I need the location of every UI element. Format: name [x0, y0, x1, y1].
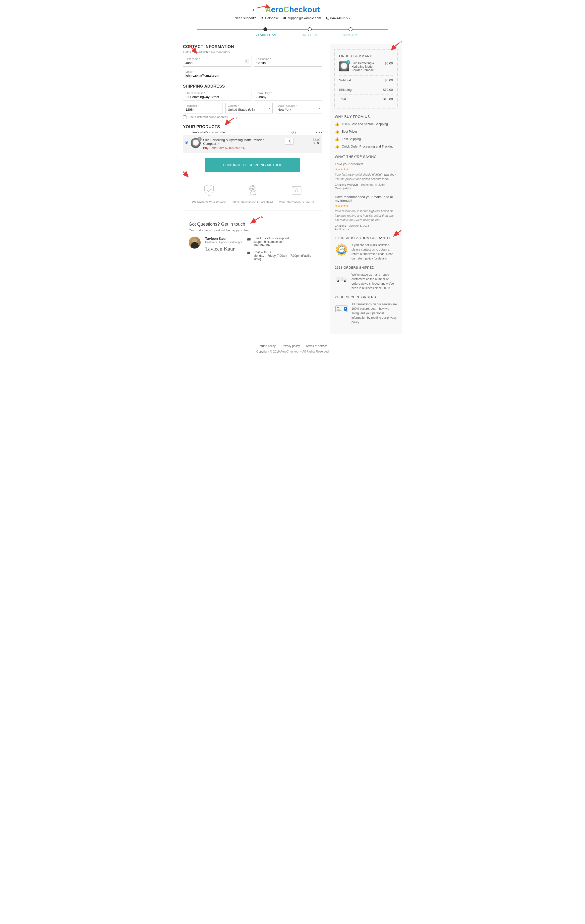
email-field[interactable]: Email * — [183, 69, 322, 79]
first-name-field[interactable]: First name * — [183, 56, 251, 67]
star-rating: ★★★★★ — [335, 167, 397, 171]
progress-stepper: INFORMATION SHIPPING PAYMENT — [197, 27, 388, 37]
annotation-4: 4 — [236, 116, 238, 120]
thumbs-up-icon: 👍 — [335, 130, 339, 134]
country-select[interactable]: Country *United States (US) — [225, 103, 273, 114]
svg-point-7 — [293, 187, 293, 188]
product-radio[interactable] — [185, 141, 188, 144]
satisfaction-seal-icon: 100%SATISFACTION — [335, 243, 349, 256]
different-billing-checkbox[interactable]: Use a different billing address — [183, 116, 322, 119]
city-field[interactable]: Town / City * — [254, 90, 322, 101]
svg-point-0 — [261, 17, 263, 18]
card-icon — [245, 59, 249, 63]
why-item: 👍Fast Shipping — [335, 137, 397, 141]
thumbs-up-icon: 👍 — [335, 122, 339, 126]
shipping-heading: SHIPPING ADDRESS — [183, 84, 322, 89]
user-icon — [260, 16, 264, 20]
external-link-icon[interactable]: ↗ — [217, 142, 220, 145]
shield-icon — [202, 183, 216, 197]
svg-point-3 — [246, 60, 247, 61]
annotation-2: 2 — [187, 40, 188, 43]
ribbon-icon — [246, 183, 259, 197]
support-bar: Need support? Helpdesk support@example.c… — [183, 16, 402, 20]
mandatory-hint: Fields marked with * are mandatory — [183, 51, 322, 54]
logo: AeroCheckout — [183, 5, 402, 14]
helpdesk-link[interactable]: Helpdesk — [260, 16, 279, 20]
terms-link[interactable]: Terms of service — [306, 344, 327, 348]
svg-point-8 — [294, 187, 294, 188]
svg-text:SATISFACTION: SATISFACTION — [337, 251, 346, 253]
ssl-badge-icon: SSLSecureConnection — [335, 302, 349, 316]
products-heading: YOUR PRODUCTS — [183, 124, 322, 129]
star-rating: ★★★★★ — [335, 204, 397, 208]
order-summary-box: ORDER SUMMARY 1Skin Perfecting & Hydrati… — [334, 49, 398, 109]
svg-point-23 — [345, 308, 346, 309]
postcode-field[interactable]: Postcode * — [183, 103, 223, 114]
street-field[interactable]: Street address * — [183, 90, 251, 101]
questions-box: Got Questions? Get in touch 6 Our custom… — [183, 216, 322, 270]
step-payment[interactable]: PAYMENT — [343, 27, 358, 37]
product-deal: Buy 1 and Save $2.00 (28.57%) — [203, 146, 276, 150]
svg-point-16 — [337, 280, 339, 282]
continue-button[interactable]: CONTINUE TO SHIPPING METHOD — [205, 158, 300, 172]
annotation-6: 6 — [261, 215, 263, 219]
footer: Refund policyPrivacy policyTerms of serv… — [183, 344, 402, 353]
quantity-input[interactable] — [285, 138, 294, 145]
product-name: Skin Perfecting & Hydrating Matte Powder… — [203, 138, 264, 145]
orders-shipped-heading: 2618 ORDERS SHIPPED — [335, 266, 397, 269]
thumbs-up-icon: 👍 — [335, 137, 339, 141]
refund-link[interactable]: Refund policy — [258, 344, 276, 348]
svg-text:SSL: SSL — [337, 307, 340, 308]
support-phone-link[interactable]: 844-440-2777 — [326, 16, 350, 20]
testimonial: Have recommended your makeup to all my f… — [335, 195, 397, 231]
signature: Tavleen Kaur — [205, 246, 242, 252]
svg-text:Connection: Connection — [337, 310, 341, 311]
order-item-image: 1 — [339, 61, 349, 71]
product-header-row: Here's what's in your orderQtyPrice — [183, 130, 322, 134]
svg-text:100%: 100% — [340, 248, 344, 250]
avatar — [189, 237, 201, 249]
contact-heading: CONTACT INFORMATION — [183, 44, 322, 49]
testimonials-heading: WHAT THEY'RE SAYING — [335, 155, 397, 159]
svg-rect-10 — [247, 238, 251, 241]
svg-text:Secure: Secure — [337, 309, 340, 310]
envelope-icon — [247, 237, 251, 241]
why-item: 👍Best Prices — [335, 130, 397, 134]
thumbs-up-icon: 👍 — [335, 145, 339, 148]
phone-icon — [326, 16, 329, 20]
header: AeroCheckout Need support? Helpdesk supp… — [183, 5, 402, 20]
why-item: 👍Quick Order Processing and Tracking — [335, 145, 397, 148]
annotation-3: 3 — [400, 40, 402, 44]
why-item: 👍100% Safe and Secure Shopping — [335, 122, 397, 126]
product-image: 1 — [191, 138, 201, 148]
svg-rect-9 — [295, 190, 297, 192]
trust-box: We Protects Your Privacy 100% Satisfacti… — [183, 177, 322, 211]
van-icon — [335, 272, 349, 286]
step-information[interactable]: INFORMATION — [254, 27, 276, 37]
testimonial: Love your products!★★★★★Your first testi… — [335, 162, 397, 190]
svg-rect-1 — [284, 17, 286, 19]
support-email-link[interactable]: support@example.com — [283, 16, 321, 20]
privacy-link[interactable]: Privacy policy — [281, 344, 300, 348]
last-name-field[interactable]: Last name * — [254, 56, 322, 67]
step-shipping[interactable]: SHIPPING — [302, 27, 317, 37]
why-heading: WHY BUY FROM US — [335, 115, 397, 119]
secure-orders-heading: 24 BIT SECURE ORDERS — [335, 295, 397, 299]
guarantee-heading: 100% SATISFACTION GUARANTEE — [335, 236, 397, 240]
mail-icon — [283, 16, 286, 20]
state-select[interactable]: State / County *New York — [275, 103, 322, 114]
svg-point-17 — [344, 280, 346, 282]
svg-rect-15 — [336, 277, 343, 281]
product-row: 1 Skin Perfecting & Hydrating Matte Powd… — [183, 135, 322, 153]
lock-window-icon — [290, 183, 304, 197]
chat-icon — [247, 251, 251, 255]
need-support-text: Need support? — [235, 16, 256, 20]
